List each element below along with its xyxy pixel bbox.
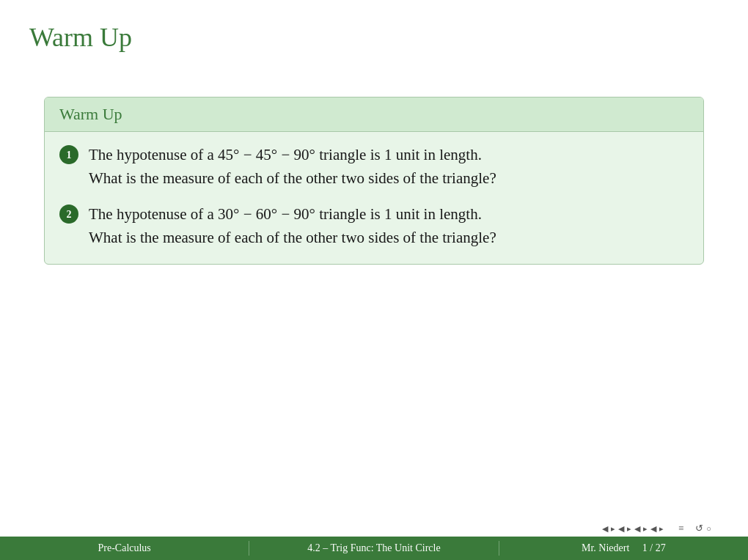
- problem-list: 1 The hypotenuse of a 45° − 45° − 90° tr…: [59, 144, 689, 249]
- list-item: 1 The hypotenuse of a 45° − 45° − 90° tr…: [59, 144, 689, 190]
- warm-up-box: Warm Up 1 The hypotenuse of a 45° − 45° …: [44, 97, 704, 265]
- warm-up-box-header: Warm Up: [45, 97, 703, 132]
- navigation-bar[interactable]: ◀ ▸ ◀ ▸ ◀ ▸ ◀ ▸ ≡ ↺ ○: [602, 523, 711, 534]
- footer-bar: Pre-Calculus 4.2 – Trig Func: The Unit C…: [0, 537, 748, 560]
- nav-menu[interactable]: ≡: [678, 523, 683, 534]
- footer-author: Mr. Niedert: [582, 542, 629, 553]
- nav-left-arrow2[interactable]: ◀: [618, 524, 624, 534]
- nav-left-arrow4[interactable]: ◀: [650, 524, 656, 534]
- list-item: 2 The hypotenuse of a 30° − 60° − 90° tr…: [59, 203, 689, 249]
- nav-left-arrow[interactable]: ◀: [602, 524, 608, 534]
- nav-separator4: ▸: [659, 524, 664, 534]
- nav-refresh[interactable]: ↺: [695, 523, 703, 534]
- warm-up-box-title: Warm Up: [59, 105, 122, 123]
- problem-number-2: 2: [59, 205, 78, 224]
- problem-number-1: 1: [59, 145, 78, 164]
- nav-separator2: ▸: [627, 524, 631, 534]
- footer-page: 1 / 27: [642, 542, 666, 553]
- nav-left-arrow3[interactable]: ◀: [634, 524, 640, 534]
- problem-text-1: The hypotenuse of a 45° − 45° − 90° tria…: [89, 144, 689, 190]
- problem-text-2: The hypotenuse of a 30° − 60° − 90° tria…: [89, 203, 689, 249]
- nav-separator: ▸: [611, 524, 615, 534]
- nav-separator3: ▸: [643, 524, 648, 534]
- footer-left: Pre-Calculus: [0, 542, 249, 554]
- footer-center: 4.2 – Trig Func: The Unit Circle: [249, 542, 498, 554]
- warm-up-box-body: 1 The hypotenuse of a 45° − 45° − 90° tr…: [45, 132, 703, 264]
- footer-right: Mr. Niedert 1 / 27: [499, 542, 748, 554]
- nav-circle: ○: [706, 524, 711, 533]
- slide-content: Warm Up Warm Up 1 The hypotenuse of a 45…: [0, 0, 748, 560]
- slide-title: Warm Up: [29, 22, 719, 53]
- slide-container: Warm Up Warm Up 1 The hypotenuse of a 45…: [0, 0, 748, 560]
